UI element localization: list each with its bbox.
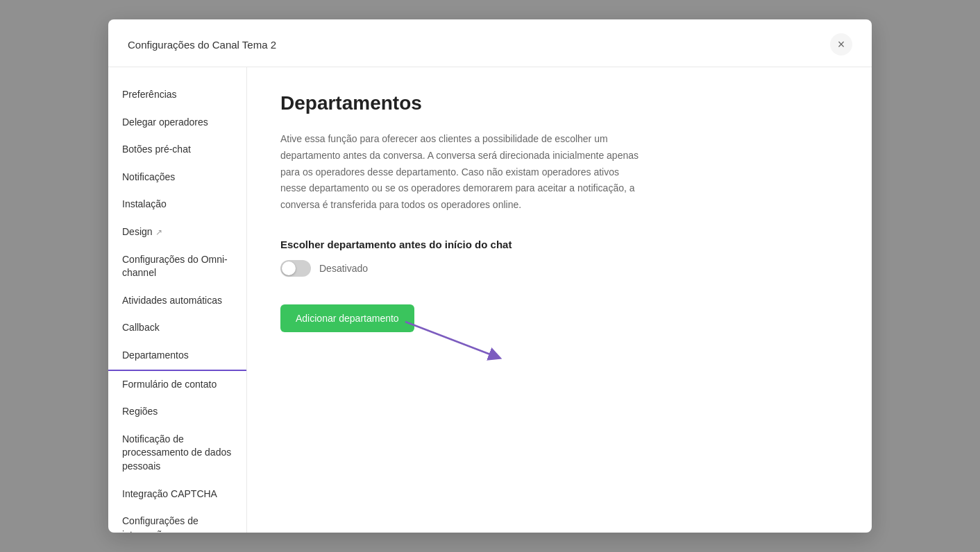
section-label: Escolher departamento antes do início do… xyxy=(280,239,838,250)
sidebar-item-instalacao[interactable]: Instalação xyxy=(108,191,246,218)
description-text: Ative essa função para oferecer aos clie… xyxy=(280,131,641,214)
modal: Configurações do Canal Tema 2 × Preferên… xyxy=(108,19,872,533)
sidebar-item-configuracoes-integracao[interactable]: Configurações de integração para xyxy=(108,508,246,533)
arrow-annotation xyxy=(391,308,530,363)
modal-title: Configurações do Canal Tema 2 xyxy=(128,39,276,51)
button-area: Adicionar departamento xyxy=(280,304,838,332)
sidebar-item-callback[interactable]: Callback xyxy=(108,314,246,342)
modal-overlay: Configurações do Canal Tema 2 × Preferên… xyxy=(0,0,980,552)
external-link-icon: ↗ xyxy=(155,227,162,239)
sidebar-item-delegar-operadores[interactable]: Delegar operadores xyxy=(108,109,246,137)
sidebar-item-regioes[interactable]: Regiões xyxy=(108,398,246,426)
department-toggle[interactable] xyxy=(280,260,311,277)
sidebar-item-configuracoes-omni[interactable]: Configurações do Omni-channel xyxy=(108,246,246,287)
toggle-row: Desativado xyxy=(280,260,838,277)
toggle-status-label: Desativado xyxy=(319,263,368,274)
sidebar-item-preferencias[interactable]: Preferências xyxy=(108,81,246,109)
page-title: Departamentos xyxy=(280,92,838,114)
sidebar-item-departamentos[interactable]: Departamentos xyxy=(108,342,246,371)
sidebar-item-atividades-automaticas[interactable]: Atividades automáticas xyxy=(108,287,246,315)
sidebar: PreferênciasDelegar operadoresBotões pré… xyxy=(108,67,247,533)
sidebar-item-integracao-captcha[interactable]: Integração CAPTCHA xyxy=(108,481,246,508)
sidebar-item-botoes-pre-chat[interactable]: Botões pré-chat xyxy=(108,136,246,164)
close-button[interactable]: × xyxy=(830,33,852,55)
toggle-knob xyxy=(282,261,296,275)
sidebar-item-notificacao-dados[interactable]: Notificação de processamento de dados pe… xyxy=(108,426,246,481)
sidebar-item-design[interactable]: Design↗ xyxy=(108,218,246,246)
modal-header: Configurações do Canal Tema 2 × xyxy=(108,19,872,67)
modal-body: PreferênciasDelegar operadoresBotões pré… xyxy=(108,67,872,533)
sidebar-item-formulario-contato[interactable]: Formulário de contato xyxy=(108,371,246,399)
sidebar-item-notificacoes[interactable]: Notificações xyxy=(108,164,246,191)
content-area: Departamentos Ative essa função para ofe… xyxy=(247,67,872,533)
